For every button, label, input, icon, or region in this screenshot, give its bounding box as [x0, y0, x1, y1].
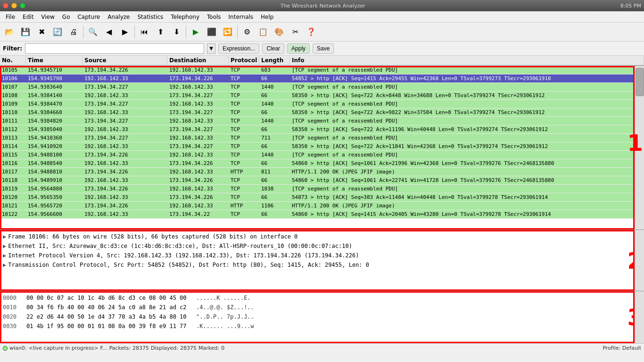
detail-row[interactable]: ▶Transmission Control Protocol, Src Port… [3, 260, 641, 270]
cell-proto: TCP [229, 143, 259, 150]
menu-statistics[interactable]: Statistics [133, 13, 167, 21]
filter-dropdown-arrow[interactable]: ▼ [207, 43, 215, 54]
capture-stop-button[interactable]: ⬛ [204, 25, 219, 40]
capture-start-button[interactable]: ▶ [188, 25, 203, 40]
cell-no: 10105 [0, 66, 26, 74]
cell-len: 66 [259, 160, 290, 167]
table-row[interactable]: 10105 154.9345710 173.194.34.226 192.168… [0, 66, 644, 74]
cell-info: [TCP segment of a reassembled PDU] [290, 185, 644, 192]
detail-row[interactable]: ▶Internet Protocol Version 4, Src: 192.1… [3, 251, 641, 260]
prefs-button[interactable]: ✂ [288, 25, 303, 40]
help-button[interactable]: ❓ [304, 25, 319, 40]
menu-tools[interactable]: Tools [203, 13, 225, 21]
menu-help[interactable]: Help [257, 13, 277, 21]
table-row[interactable]: 10112 154.9385040 192.168.142.33 173.194… [0, 125, 644, 134]
table-row[interactable]: 10122 154.9566600 192.168.142.33 173.194… [0, 210, 644, 219]
menu-view[interactable]: View [37, 13, 58, 21]
go-next-button[interactable]: ⬇ [169, 25, 184, 40]
filters-button[interactable]: 📋 [256, 25, 271, 40]
packet-rows-container[interactable]: 10105 154.9345710 173.194.34.226 192.168… [0, 66, 644, 230]
table-row[interactable]: 10121 154.9565720 173.194.34.226 192.168… [0, 202, 644, 210]
cell-dst: 192.168.142.33 [167, 151, 229, 158]
maximize-button[interactable] [20, 3, 25, 8]
cell-len: 711 [259, 134, 290, 141]
table-row[interactable]: 10107 154.9383640 173.194.34.227 192.168… [0, 83, 644, 91]
detail-text: Ethernet II, Src: Azurewav_8c:d3:ce (1c:… [8, 243, 352, 249]
detail-scrollbar[interactable] [635, 230, 644, 291]
filter-input[interactable] [25, 43, 204, 54]
table-row[interactable]: 10116 154.9488540 192.168.142.33 173.194… [0, 159, 644, 168]
titlebar: The Wireshark Network Analyzer 8:05 PM [0, 0, 644, 11]
options-button[interactable]: ⚙ [239, 25, 255, 40]
open-button[interactable]: 📂 [2, 25, 17, 40]
scroll-thumb[interactable] [636, 68, 644, 96]
expand-arrow[interactable]: ▶ [3, 262, 6, 268]
table-row[interactable]: 10117 154.9488810 173.194.34.226 192.168… [0, 168, 644, 176]
capture-restart-button[interactable]: 🔁 [220, 25, 235, 40]
cell-dst: 173.194.34.226 [167, 75, 229, 82]
table-row[interactable]: 10106 154.9345790 192.168.142.33 173.194… [0, 74, 644, 83]
find-button[interactable]: 🔍 [85, 25, 100, 40]
menu-capture[interactable]: Capture [74, 13, 104, 21]
table-row[interactable]: 10115 154.9488100 173.194.34.226 192.168… [0, 151, 644, 159]
cell-dst: 173.194.34.226 [167, 194, 229, 201]
detail-row[interactable]: ▶Frame 10106: 66 bytes on wire (528 bits… [3, 232, 641, 241]
hex-offset: 0000 [3, 295, 26, 301]
cell-src: 173.194.34.227 [83, 83, 167, 90]
profile-value: Default [622, 345, 641, 351]
table-row[interactable]: 10118 154.9489910 192.168.142.33 173.194… [0, 176, 644, 185]
menu-internals[interactable]: Internals [225, 13, 257, 21]
cell-src: 173.194.34.226 [83, 185, 167, 192]
table-row[interactable]: 10120 154.9565350 192.168.142.33 173.194… [0, 193, 644, 202]
expand-arrow[interactable]: ▶ [3, 233, 6, 240]
menu-analyze[interactable]: Analyze [104, 13, 133, 21]
cell-len: 1038 [259, 185, 290, 192]
menu-edit[interactable]: Edit [19, 13, 37, 21]
close-capture-button[interactable]: ✖ [34, 25, 49, 40]
cell-proto: TCP [229, 151, 259, 158]
detail-row[interactable]: ▶Ethernet II, Src: Azurewav_8c:d3:ce (1c… [3, 241, 641, 251]
table-row[interactable]: 10119 154.9564880 173.194.34.226 192.168… [0, 185, 644, 193]
cell-dst: 192.168.142.33 [167, 100, 229, 107]
header-length: Length [259, 56, 290, 65]
go-first-button[interactable]: ⏮ [137, 25, 152, 40]
expand-arrow[interactable]: ▶ [3, 252, 6, 259]
go-prev-button[interactable]: ⬆ [153, 25, 168, 40]
save-filter-button[interactable]: Save [313, 43, 334, 54]
expression-button[interactable]: Expression... [218, 43, 259, 54]
minimize-button[interactable] [11, 3, 17, 8]
cell-proto: TCP [229, 75, 259, 82]
expand-arrow[interactable]: ▶ [3, 243, 6, 249]
menu-go[interactable]: Go [58, 13, 74, 21]
table-row[interactable]: 10113 154.9410360 173.194.34.227 192.168… [0, 134, 644, 142]
clear-button[interactable]: Clear [262, 43, 284, 54]
menu-telephony[interactable]: Telephony [167, 13, 203, 21]
table-row[interactable]: 10111 154.9384820 173.194.34.227 192.168… [0, 117, 644, 125]
hex-offset: 0010 [3, 304, 26, 311]
cell-len: 66 [259, 109, 290, 116]
table-row[interactable]: 10109 154.9384470 173.194.34.227 192.168… [0, 100, 644, 108]
cell-time: 154.9345790 [26, 75, 83, 82]
reload-button[interactable]: 🔄 [50, 25, 65, 40]
table-row[interactable]: 10110 154.9384660 192.168.142.33 173.194… [0, 108, 644, 117]
table-row[interactable]: 10114 154.9410920 192.168.142.33 173.194… [0, 142, 644, 151]
close-button[interactable] [3, 3, 8, 8]
cell-time: 154.9565350 [26, 194, 83, 201]
filter-indicator: F... [100, 345, 107, 351]
print-button[interactable]: 🖨 [66, 25, 81, 40]
menu-file[interactable]: File [2, 13, 19, 21]
apply-button[interactable]: Apply [287, 43, 310, 54]
cell-proto: TCP [229, 211, 259, 218]
cell-no: 10113 [0, 134, 26, 141]
colorize-button[interactable]: 🎨 [272, 25, 287, 40]
cell-src: 173.194.34.227 [83, 134, 167, 141]
back-button[interactable]: ◀ [101, 25, 116, 40]
hex-scrollbar[interactable] [635, 291, 644, 343]
packet-detail-panel: ▶Frame 10106: 66 bytes on wire (528 bits… [0, 230, 644, 291]
forward-button[interactable]: ▶ [117, 25, 132, 40]
hex-ascii: .4..@.@. $Z...!.. [196, 304, 254, 311]
cell-src: 192.168.142.33 [83, 177, 167, 184]
save-button[interactable]: 💾 [18, 25, 33, 40]
table-row[interactable]: 10108 154.9384140 192.168.142.33 173.194… [0, 91, 644, 100]
hex-row: 003001 4b 1f 95 00 00 01 01 08 0a 00 39 … [3, 321, 641, 331]
